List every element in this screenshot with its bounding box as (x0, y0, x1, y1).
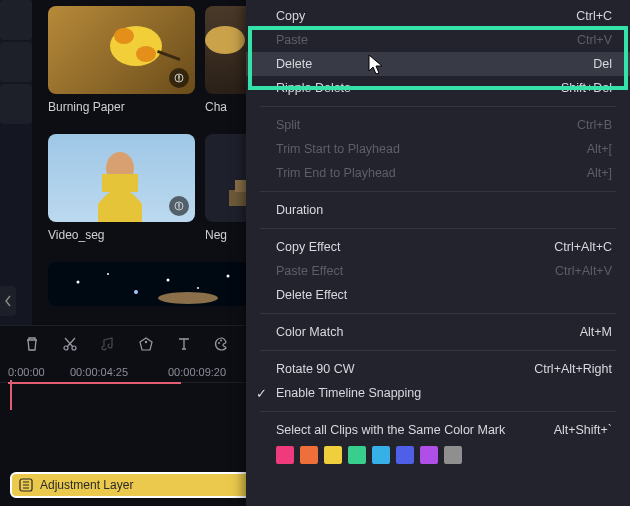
tag-icon[interactable] (136, 334, 156, 354)
menu-item-label: Split (276, 118, 300, 132)
svg-point-2 (136, 46, 156, 62)
menu-item-shortcut: Alt+] (587, 166, 612, 180)
audio-icon (169, 68, 189, 88)
color-swatches (246, 442, 630, 474)
rail-category-2[interactable] (0, 42, 32, 82)
menu-item[interactable]: CopyCtrl+C (246, 4, 630, 28)
color-swatch[interactable] (396, 446, 414, 464)
menu-item-shortcut: Ctrl+V (577, 33, 612, 47)
menu-item-label: Rotate 90 CW (276, 362, 355, 376)
media-label: Burning Paper (48, 100, 195, 114)
menu-item-shortcut: Alt+[ (587, 142, 612, 156)
menu-item-shortcut: Ctrl+C (576, 9, 612, 23)
svg-point-15 (77, 281, 80, 284)
adjustment-layer-icon (18, 477, 34, 493)
svg-point-19 (197, 287, 199, 289)
menu-item-shortcut: Del (593, 57, 612, 71)
svg-rect-9 (102, 174, 138, 192)
media-item[interactable] (48, 262, 195, 306)
palette-icon[interactable] (212, 334, 232, 354)
menu-item-shortcut: Shift+Del (561, 81, 612, 95)
media-label: Video_seg (48, 228, 195, 242)
menu-item[interactable]: ✓Enable Timeline Snapping (246, 381, 630, 405)
menu-separator (260, 350, 616, 351)
collapse-arrow-icon[interactable] (0, 286, 16, 316)
svg-rect-5 (178, 75, 180, 79)
timecode: 00:00:04:25 (70, 366, 128, 378)
svg-rect-11 (178, 203, 180, 207)
menu-item[interactable]: Delete Effect (246, 283, 630, 307)
svg-point-18 (167, 279, 170, 282)
menu-item[interactable]: Rotate 90 CWCtrl+Alt+Right (246, 357, 630, 381)
color-swatch[interactable] (444, 446, 462, 464)
menu-item: Paste EffectCtrl+Alt+V (246, 259, 630, 283)
svg-point-7 (205, 26, 245, 54)
color-swatch[interactable] (276, 446, 294, 464)
svg-point-20 (227, 275, 230, 278)
delete-icon[interactable] (22, 334, 42, 354)
rail-category-3[interactable] (0, 84, 32, 124)
menu-item-label: Select all Clips with the Same Color Mar… (276, 423, 505, 437)
menu-item-shortcut: Alt+Shift+` (554, 423, 612, 437)
cut-icon[interactable] (60, 334, 80, 354)
playhead[interactable] (10, 380, 12, 410)
menu-item-label: Copy (276, 9, 305, 23)
menu-separator (260, 411, 616, 412)
menu-item-shortcut: Ctrl+Alt+Right (534, 362, 612, 376)
svg-point-28 (220, 339, 222, 341)
svg-point-16 (107, 273, 109, 275)
menu-item: SplitCtrl+B (246, 113, 630, 137)
menu-item: Trim Start to PlayheadAlt+[ (246, 137, 630, 161)
menu-separator (260, 228, 616, 229)
color-swatch[interactable] (420, 446, 438, 464)
check-icon: ✓ (256, 386, 267, 401)
music-icon (98, 334, 118, 354)
left-rail (0, 0, 32, 325)
svg-point-26 (145, 340, 147, 342)
menu-item-shortcut: Ctrl+Alt+C (554, 240, 612, 254)
timeline-underline (8, 382, 181, 384)
menu-separator (260, 106, 616, 107)
context-menu: CopyCtrl+CPasteCtrl+VDeleteDelRipple Del… (246, 0, 630, 506)
menu-item[interactable]: Duration (246, 198, 630, 222)
text-icon[interactable] (174, 334, 194, 354)
menu-separator (260, 191, 616, 192)
svg-point-17 (134, 290, 138, 294)
timecode: 0:00:00 (8, 366, 45, 378)
color-swatch[interactable] (348, 446, 366, 464)
color-swatch[interactable] (372, 446, 390, 464)
menu-item: PasteCtrl+V (246, 28, 630, 52)
menu-separator (260, 313, 616, 314)
color-swatch[interactable] (300, 446, 318, 464)
menu-item-label: Duration (276, 203, 323, 217)
menu-item[interactable]: Ripple DeleteShift+Del (246, 76, 630, 100)
color-swatch[interactable] (324, 446, 342, 464)
menu-item-shortcut: Ctrl+Alt+V (555, 264, 612, 278)
timecode: 00:00:09:20 (168, 366, 226, 378)
media-item[interactable]: Burning Paper (48, 6, 195, 114)
adjustment-layer-clip[interactable]: Adjustment Layer (10, 472, 286, 498)
menu-item-label: Color Match (276, 325, 343, 339)
media-item[interactable]: Video_seg (48, 134, 195, 242)
menu-item-label: Delete (276, 57, 312, 71)
menu-item-label: Trim Start to Playhead (276, 142, 400, 156)
svg-point-21 (158, 292, 218, 304)
rail-category-1[interactable] (0, 0, 32, 40)
menu-item-label: Copy Effect (276, 240, 340, 254)
menu-item[interactable]: Select all Clips with the Same Color Mar… (246, 418, 630, 442)
menu-item-label: Delete Effect (276, 288, 347, 302)
audio-icon (169, 196, 189, 216)
menu-item[interactable]: Copy EffectCtrl+Alt+C (246, 235, 630, 259)
menu-item-label: Trim End to Playhead (276, 166, 396, 180)
menu-item-label: Paste (276, 33, 308, 47)
adjustment-layer-label: Adjustment Layer (40, 478, 133, 492)
menu-item-shortcut: Alt+M (580, 325, 612, 339)
svg-rect-3 (157, 50, 181, 61)
menu-item[interactable]: Color MatchAlt+M (246, 320, 630, 344)
menu-item[interactable]: DeleteDel (246, 52, 630, 76)
menu-item-label: Paste Effect (276, 264, 343, 278)
svg-point-1 (114, 28, 134, 44)
menu-item-shortcut: Ctrl+B (577, 118, 612, 132)
menu-item: Trim End to PlayheadAlt+] (246, 161, 630, 185)
menu-item-label: Enable Timeline Snapping (276, 386, 421, 400)
